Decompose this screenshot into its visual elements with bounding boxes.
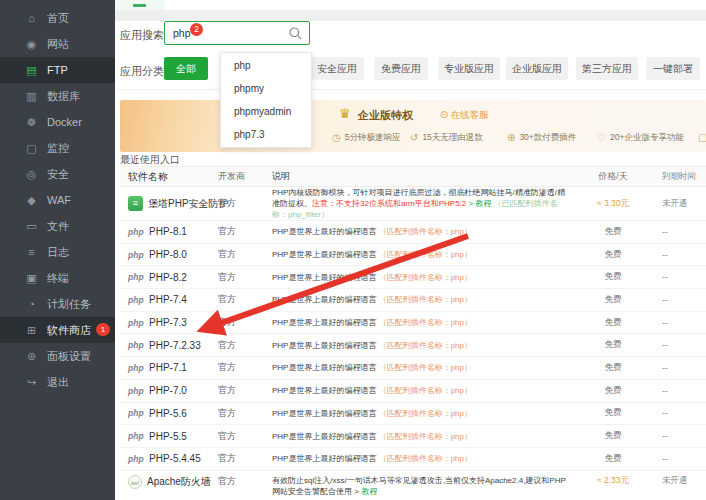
table-row[interactable]: phpPHP-7.4官方PHP是世界上最好的编程语言 （匹配到插件名称：php）… <box>120 289 706 312</box>
sidebar-item-terminal[interactable]: ▣终端 <box>0 265 115 291</box>
description-cell: PHP是世界上最好的编程语言 （匹配到插件名称：php） <box>272 317 570 328</box>
description-segment: PHP是世界上最好的编程语言 <box>272 363 379 372</box>
category-button-1[interactable]: 安全应用 <box>310 57 364 80</box>
software-name-cell: phpPHP-8.1 <box>120 226 218 237</box>
search-input[interactable] <box>165 22 291 44</box>
table-row[interactable]: phpPHP-8.1官方PHP是世界上最好的编程语言 （匹配到插件名称：php）… <box>120 221 706 244</box>
online-service-link[interactable]: ⊙在线客服 <box>440 109 488 122</box>
suggestion-item[interactable]: php7.3 <box>221 123 311 146</box>
category-button-3[interactable]: 专业版应用 <box>438 57 500 80</box>
software-name-cell: phpPHP-7.0 <box>120 385 218 396</box>
search-icon[interactable] <box>289 27 302 40</box>
search-label: 应用搜索 <box>120 28 164 43</box>
table-row[interactable]: ≡堡塔PHP安全防护官方PHP内核级防御模块，可针对项目进行底层过滤，彻底杜绝网… <box>120 187 706 221</box>
sidebar-item-label: 软件商店 <box>47 324 91 336</box>
sidebar-item-cron[interactable]: ◔计划任务 <box>0 291 115 317</box>
suggestion-item[interactable]: php <box>221 54 311 77</box>
category-button-0[interactable]: 全部 <box>164 57 208 80</box>
search-suggestions-dropdown: phpphpmyphpmyadminphp7.3 <box>220 52 312 148</box>
expiry-cell: -- <box>656 408 706 418</box>
table-row[interactable]: phpPHP-5.5官方PHP是世界上最好的编程语言 （匹配到插件名称：php）… <box>120 425 706 448</box>
sidebar-item-label: 退出 <box>47 376 69 388</box>
software-name-cell: phpPHP-5.6 <box>120 408 218 419</box>
header-description: 说明 <box>272 171 570 182</box>
expiry-cell: -- <box>656 318 706 328</box>
table-row[interactable]: phpPHP-5.6官方PHP是世界上最好的编程语言 （匹配到插件名称：php）… <box>120 403 706 426</box>
category-button-5[interactable]: 第三方应用 <box>576 57 638 80</box>
banner-feature: ◷5分钟极速响应 <box>332 132 400 144</box>
php-logo-icon: php <box>128 454 144 464</box>
bt-security-icon: ≡ <box>128 196 143 211</box>
table-row[interactable]: phpPHP-7.1官方PHP是世界上最好的编程语言 （匹配到插件名称：php）… <box>120 357 706 380</box>
vendor-cell: 官方 <box>218 361 272 374</box>
sidebar-item-docker[interactable]: ☸Docker <box>0 109 115 135</box>
sidebar-item-waf[interactable]: ◆WAF <box>0 187 115 213</box>
suggestion-item[interactable]: phpmyadmin <box>221 100 311 123</box>
vendor-cell: 官方 <box>218 430 272 443</box>
sidebar-item-panel-settings[interactable]: ⊛面板设置 <box>0 343 115 369</box>
software-name: PHP-7.0 <box>149 385 187 396</box>
table-row[interactable]: asfApache防火墙官方有效防止sql注入/xss/一句话木马等常见渗透攻击… <box>120 471 706 500</box>
sidebar-item-database[interactable]: ▥数据库 <box>0 83 115 109</box>
software-name: PHP-5.5 <box>149 431 187 442</box>
terminal-icon: ▣ <box>23 265 40 291</box>
sidebar-item-home[interactable]: ⌂首页 <box>0 5 115 31</box>
description-segment: 注意：不支持32位系统和arm平台和PHP5.2 <box>312 199 466 208</box>
software-name: PHP-7.3 <box>149 317 187 328</box>
home-icon: ⌂ <box>23 5 40 31</box>
description-cell: PHP是世界上最好的编程语言 （匹配到插件名称：php） <box>272 340 570 351</box>
vendor-cell: 官方 <box>218 316 272 329</box>
waf-icon: ◆ <box>23 187 40 213</box>
sidebar-item-logs[interactable]: ≡日志 <box>0 239 115 265</box>
expiry-cell: -- <box>656 340 706 350</box>
crown-icon: ♛ <box>339 106 351 121</box>
software-name: PHP-7.1 <box>149 362 187 373</box>
logs-icon: ≡ <box>23 239 40 265</box>
category-button-4[interactable]: 企业版应用 <box>506 57 568 80</box>
php-logo-icon: php <box>128 250 144 260</box>
sidebar-item-appstore[interactable]: ⊞软件商店1 <box>0 317 115 343</box>
expiry-cell: -- <box>656 363 706 373</box>
vendor-cell: 官方 <box>218 407 272 420</box>
table-row[interactable]: phpPHP-7.0官方PHP是世界上最好的编程语言 （匹配到插件名称：php）… <box>120 380 706 403</box>
tutorial-link[interactable]: > 教程 <box>466 199 493 208</box>
expiry-cell: -- <box>656 250 706 260</box>
tutorial-link[interactable]: 教程 <box>361 487 377 496</box>
software-name-cell: ≡堡塔PHP安全防护 <box>120 196 218 211</box>
software-name: PHP-5.6 <box>149 408 187 419</box>
price-cell: 免费 <box>570 249 656 261</box>
sidebar-item-ftp[interactable]: ▤FTP <box>0 57 115 83</box>
description-segment: （匹配到插件名称：php） <box>379 273 472 282</box>
header-price: 价格/天 <box>570 170 656 183</box>
category-button-2[interactable]: 免费应用 <box>374 57 428 80</box>
expiry-cell: 未开通 <box>656 198 706 210</box>
software-name: Apache防火墙 <box>147 475 211 489</box>
table-row[interactable]: phpPHP-7.2.33官方PHP是世界上最好的编程语言 （匹配到插件名称：p… <box>120 334 706 357</box>
software-name: PHP-5.4.45 <box>149 453 201 464</box>
table-row[interactable]: phpPHP-7.3官方PHP是世界上最好的编程语言 （匹配到插件名称：php）… <box>120 312 706 335</box>
software-name-cell: phpPHP-8.0 <box>120 249 218 260</box>
php-logo-icon: php <box>128 386 144 396</box>
category-label: 应用分类 <box>120 64 164 79</box>
sidebar-item-monitor[interactable]: ▢监控 <box>0 135 115 161</box>
security-icon: ◎ <box>23 161 40 187</box>
expiry-cell: -- <box>656 227 706 237</box>
table-row[interactable]: phpPHP-8.2官方PHP是世界上最好的编程语言 （匹配到插件名称：php）… <box>120 266 706 289</box>
table-row[interactable]: phpPHP-8.0官方PHP是世界上最好的编程语言 （匹配到插件名称：php）… <box>120 244 706 267</box>
category-button-6[interactable]: 一键部署 <box>646 57 700 80</box>
description-cell: 有效防止sql注入/xss/一句话木马等常见渗透攻击,当前仅支持Apache2.… <box>272 475 570 497</box>
table-row[interactable]: phpPHP-5.4.45官方PHP是世界上最好的编程语言 （匹配到插件名称：p… <box>120 448 706 471</box>
suggestion-item[interactable]: phpmy <box>221 77 311 100</box>
description-segment: PHP是世界上最好的编程语言 <box>272 273 379 282</box>
banner-feature-label: 5分钟极速响应 <box>345 132 401 142</box>
software-name-cell: phpPHP-7.4 <box>120 294 218 305</box>
sidebar-item-files[interactable]: ▭文件 <box>0 213 115 239</box>
banner-feature: ↺15天无理由退款 <box>410 132 483 144</box>
sidebar-item-security[interactable]: ◎安全 <box>0 161 115 187</box>
description-segment: PHP是世界上最好的编程语言 <box>272 386 379 395</box>
divider <box>115 89 706 90</box>
sidebar-item-label: 计划任务 <box>47 298 91 310</box>
sidebar-item-logout[interactable]: ↪退出 <box>0 369 115 395</box>
sidebar-item-site[interactable]: ◉网站 <box>0 31 115 57</box>
vendor-cell: 官方 <box>218 452 272 465</box>
